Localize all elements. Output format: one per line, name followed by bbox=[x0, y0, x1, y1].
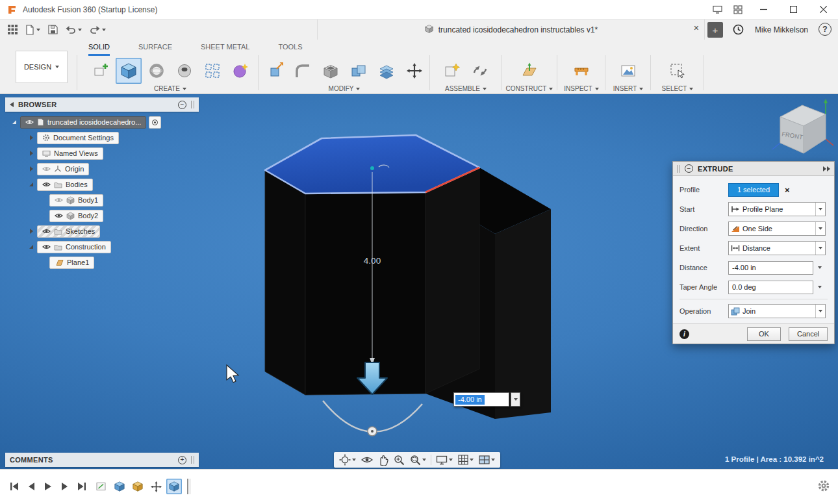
visibility-eye-icon[interactable] bbox=[55, 197, 63, 203]
display-settings-button[interactable] bbox=[434, 453, 455, 467]
dialog-grip[interactable] bbox=[677, 165, 680, 173]
joint-tool[interactable] bbox=[467, 58, 493, 84]
timeline-move-feature[interactable] bbox=[148, 479, 164, 494]
operation-dropdown[interactable]: Join bbox=[728, 304, 826, 318]
group-modify[interactable]: MODIFY bbox=[259, 85, 430, 92]
orbit-button[interactable] bbox=[337, 453, 358, 467]
group-assemble[interactable]: ASSEMBLE bbox=[430, 85, 502, 92]
cancel-button[interactable]: Cancel bbox=[789, 327, 828, 341]
visibility-eye-icon[interactable] bbox=[42, 228, 51, 234]
timeline-settings-gear-icon[interactable] bbox=[817, 479, 830, 494]
ok-button[interactable]: OK bbox=[747, 327, 781, 341]
activate-component-radio[interactable] bbox=[149, 116, 161, 129]
tree-node-named-views[interactable]: Named Views bbox=[5, 145, 199, 161]
maximize-button[interactable] bbox=[778, 0, 808, 19]
help-button[interactable]: ? bbox=[819, 23, 832, 36]
tree-node-body2[interactable]: Body2 bbox=[5, 208, 199, 223]
document-tab[interactable]: truncated icosidodecahedron instructable… bbox=[317, 19, 705, 40]
expander-icon[interactable] bbox=[27, 135, 35, 140]
dimension-value[interactable]: 4.00 bbox=[364, 256, 381, 266]
expander-icon[interactable] bbox=[10, 120, 18, 124]
tree-node-plane1[interactable]: Plane1 bbox=[5, 255, 199, 270]
dropdown-arrow-icon[interactable] bbox=[815, 242, 825, 255]
timeline-extrude-feature[interactable] bbox=[112, 479, 127, 494]
dialog-minimize-icon[interactable]: − bbox=[685, 164, 693, 173]
redo-button[interactable] bbox=[87, 21, 108, 38]
visibility-eye-icon[interactable] bbox=[42, 181, 51, 188]
select-tool[interactable] bbox=[665, 58, 691, 84]
distance-input[interactable]: -4.00 in bbox=[453, 392, 509, 407]
group-construct[interactable]: CONSTRUCT bbox=[502, 85, 557, 92]
taper-angle-field[interactable]: 0.0 deg bbox=[728, 281, 813, 294]
grid-snap-button[interactable] bbox=[456, 453, 476, 467]
tree-node-root[interactable]: truncated icosidodecahedro... bbox=[5, 114, 199, 130]
collapse-panel-icon[interactable] bbox=[10, 102, 14, 107]
undo-button[interactable] bbox=[63, 21, 84, 38]
pattern-tool[interactable] bbox=[199, 58, 225, 84]
extent-dropdown[interactable]: Distance bbox=[728, 241, 826, 255]
comments-bar[interactable]: COMMENTS + bbox=[5, 453, 199, 467]
expander-icon[interactable] bbox=[27, 183, 35, 186]
look-at-button[interactable] bbox=[359, 453, 375, 467]
profile-clear-button[interactable]: × bbox=[785, 186, 790, 194]
browser-header[interactable]: BROWSER − bbox=[5, 97, 199, 112]
thicken-tool[interactable] bbox=[374, 58, 400, 84]
tree-node-origin[interactable]: Origin bbox=[5, 161, 199, 177]
revolve-tool[interactable] bbox=[144, 58, 170, 84]
distance-field[interactable]: -4.00 in bbox=[728, 261, 813, 275]
distance-field-dropdown[interactable] bbox=[818, 266, 822, 269]
viewports-button[interactable] bbox=[477, 453, 497, 467]
form-tool[interactable] bbox=[227, 58, 253, 84]
tree-node-sketches[interactable]: Sketches bbox=[5, 223, 199, 239]
app-grid-button[interactable] bbox=[5, 21, 20, 38]
visibility-eye-icon[interactable] bbox=[42, 244, 51, 250]
extrude-tool[interactable] bbox=[116, 58, 142, 84]
insert-tool[interactable] bbox=[615, 58, 641, 84]
minimize-button[interactable] bbox=[748, 0, 778, 19]
new-tab-button[interactable]: + bbox=[707, 22, 723, 38]
fillet-tool[interactable] bbox=[290, 58, 316, 84]
pan-button[interactable] bbox=[376, 453, 390, 467]
expander-icon[interactable] bbox=[27, 151, 35, 156]
taper-field-dropdown[interactable] bbox=[818, 286, 822, 288]
tab-surface[interactable]: SURFACE bbox=[138, 40, 172, 56]
group-create[interactable]: CREATE bbox=[83, 85, 257, 92]
job-status-icon[interactable] bbox=[728, 5, 748, 14]
timeline-position-marker[interactable] bbox=[187, 479, 190, 494]
zoom-button[interactable] bbox=[392, 453, 407, 467]
go-to-start-button[interactable] bbox=[6, 478, 22, 495]
dropdown-arrow-icon[interactable] bbox=[815, 222, 825, 235]
shell-tool[interactable] bbox=[318, 58, 344, 84]
visibility-eye-icon[interactable] bbox=[55, 212, 63, 219]
close-button[interactable] bbox=[808, 0, 838, 19]
start-dropdown[interactable]: Profile Plane bbox=[728, 202, 826, 216]
panel-grip[interactable] bbox=[191, 101, 194, 108]
zoom-window-button[interactable] bbox=[408, 453, 428, 467]
tree-node-document-settings[interactable]: Document Settings bbox=[5, 130, 199, 145]
browser-minimize-icon[interactable]: − bbox=[178, 101, 186, 109]
group-inspect[interactable]: INSPECT bbox=[557, 85, 605, 92]
clock-icon[interactable] bbox=[733, 24, 744, 37]
viewcube[interactable]: FRONT bbox=[768, 97, 838, 162]
save-button[interactable] bbox=[45, 21, 60, 38]
dropdown-arrow-icon[interactable] bbox=[815, 305, 825, 318]
add-comment-icon[interactable]: + bbox=[178, 456, 186, 464]
tab-tools[interactable]: TOOLS bbox=[278, 40, 302, 56]
group-insert[interactable]: INSERT bbox=[605, 85, 651, 92]
panel-grip[interactable] bbox=[191, 456, 194, 464]
expander-icon[interactable] bbox=[27, 229, 35, 234]
user-name[interactable]: Mike Mikkelson bbox=[755, 25, 808, 34]
visibility-eye-icon[interactable] bbox=[42, 166, 51, 172]
document-tab-close-button[interactable]: × bbox=[694, 23, 699, 32]
move-tool[interactable] bbox=[401, 58, 427, 84]
group-select[interactable]: SELECT bbox=[651, 85, 704, 92]
timeline-current-extrude-feature[interactable] bbox=[166, 479, 182, 494]
step-back-button[interactable] bbox=[23, 478, 39, 495]
tree-node-construction[interactable]: Construction bbox=[5, 239, 199, 255]
play-button[interactable] bbox=[40, 478, 56, 495]
visibility-eye-icon[interactable] bbox=[25, 119, 34, 125]
press-pull-tool[interactable] bbox=[262, 58, 288, 84]
tab-sheet-metal[interactable]: SHEET METAL bbox=[201, 40, 249, 56]
go-to-end-button[interactable] bbox=[74, 478, 90, 495]
direction-dropdown[interactable]: One Side bbox=[728, 221, 826, 236]
